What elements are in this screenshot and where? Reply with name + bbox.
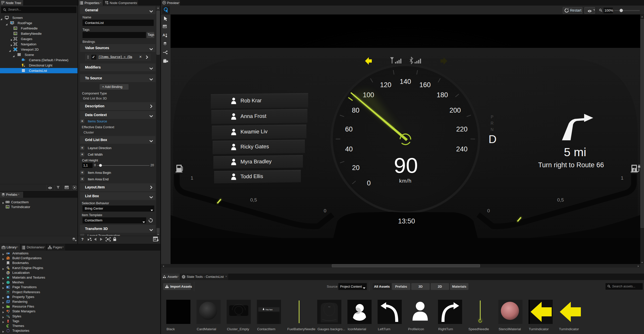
svg-text:R: R [491, 121, 494, 125]
svg-text:140: 140 [400, 78, 411, 85]
svg-text:This Text: This Text [265, 309, 272, 311]
svg-text:0: 0 [324, 208, 327, 213]
svg-text:90: 90 [394, 153, 418, 177]
svg-text:Myra Bradley: Myra Bradley [240, 158, 272, 165]
svg-text:1: 1 [191, 175, 193, 181]
svg-text:0: 0 [487, 208, 490, 213]
svg-text:Todd Ellis: Todd Ellis [240, 173, 263, 179]
svg-text:Rob Krar: Rob Krar [240, 97, 262, 104]
svg-text:Anna Frost: Anna Frost [240, 113, 266, 119]
svg-text:80: 80 [352, 107, 359, 114]
svg-text:160: 160 [419, 81, 431, 89]
svg-text:0: 0 [367, 179, 371, 187]
svg-text:180: 180 [437, 91, 448, 99]
svg-text:0,5: 0,5 [557, 197, 564, 203]
svg-text:60: 60 [345, 125, 353, 133]
svg-text:13:50: 13:50 [398, 217, 415, 225]
svg-text:km/h: km/h [399, 178, 412, 184]
svg-text:120: 120 [380, 81, 391, 89]
svg-text:1: 1 [621, 175, 624, 181]
svg-text:4 2: 4 2 [329, 306, 330, 308]
svg-text:240: 240 [456, 145, 467, 153]
svg-text:200: 200 [450, 107, 461, 114]
svg-text:Kwamie Liv: Kwamie Liv [240, 128, 268, 135]
svg-text:20: 20 [352, 164, 360, 172]
svg-text:N: N [491, 127, 494, 132]
svg-text:5 mi: 5 mi [564, 145, 586, 159]
svg-text:Turn right to Route 66: Turn right to Route 66 [538, 161, 604, 169]
svg-text:40: 40 [345, 145, 353, 153]
svg-text:220: 220 [456, 125, 468, 133]
svg-text:D: D [489, 133, 497, 145]
svg-text:A: A [163, 33, 165, 37]
svg-text:P: P [491, 115, 494, 119]
svg-text:Ricky Gates: Ricky Gates [240, 143, 269, 149]
svg-text:0,5: 0,5 [250, 197, 257, 203]
